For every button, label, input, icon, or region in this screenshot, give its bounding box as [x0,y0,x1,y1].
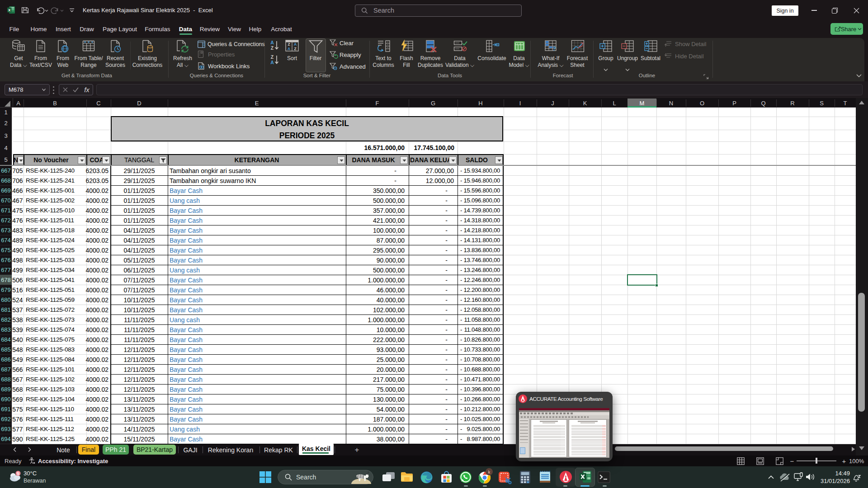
svg-text:J: J [519,42,521,45]
svg-text:Z: Z [294,47,296,51]
svg-text:A: A [294,42,297,47]
svg-text:x: x [8,8,10,12]
svg-text:?: ? [552,45,556,52]
svg-text:Z: Z [271,54,274,60]
svg-text:i: i [517,42,518,45]
svg-text:A: A [270,40,274,45]
svg-text:A: A [288,47,290,51]
svg-text:5: 5 [17,471,19,476]
svg-text:k: k [488,470,491,474]
svg-text:Z: Z [271,45,274,51]
svg-text:Z: Z [288,42,290,47]
svg-text:A: A [270,60,274,65]
